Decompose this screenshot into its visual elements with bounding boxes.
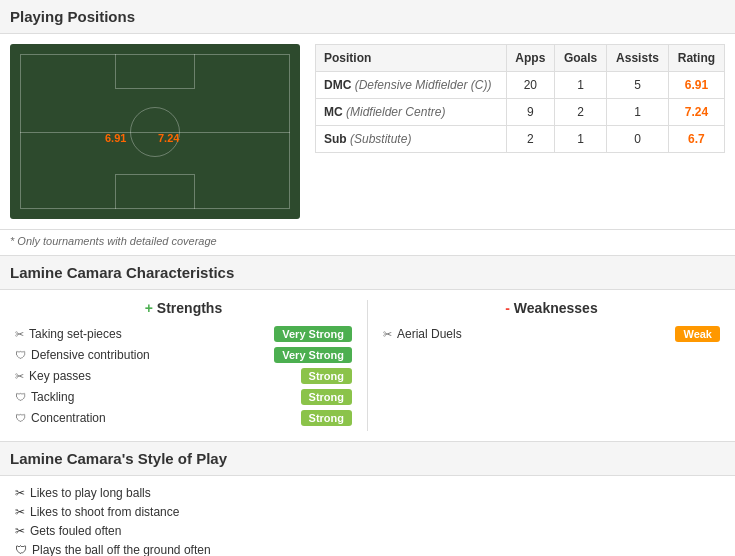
- position-mc-label: 7.24: [158, 132, 179, 144]
- position-abbr: MC: [324, 105, 343, 119]
- rating-cell: 6.91: [668, 72, 724, 99]
- goals-cell: 1: [555, 126, 607, 153]
- strengths-header: + Strengths: [15, 300, 352, 316]
- positions-table: Position Apps Goals Assists Rating DMC (…: [315, 44, 725, 153]
- wrench-icon: ✂: [15, 328, 24, 341]
- style-item: ✂ Likes to shoot from distance: [15, 505, 720, 519]
- position-cell: MC (Midfielder Centre): [316, 99, 507, 126]
- style-of-play-section: Lamine Camara's Style of Play ✂ Likes to…: [0, 442, 735, 556]
- characteristics-section: Lamine Camara Characteristics + Strength…: [0, 256, 735, 442]
- wrench-icon: ✂: [383, 328, 392, 341]
- assists-cell: 0: [607, 126, 669, 153]
- rating-cell: 6.7: [668, 126, 724, 153]
- position-full: (Midfielder Centre): [346, 105, 445, 119]
- strengths-weaknesses-container: + Strengths ✂ Taking set-pieces Very Str…: [0, 290, 735, 442]
- weakness-text: Aerial Duels: [397, 327, 462, 341]
- goals-cell: 1: [555, 72, 607, 99]
- weaknesses-header: - Weaknesses: [383, 300, 720, 316]
- strength-label: 🛡 Defensive contribution: [15, 348, 150, 362]
- col-header-rating: Rating: [668, 45, 724, 72]
- shield-icon: 🛡: [15, 543, 27, 556]
- strength-text: Taking set-pieces: [29, 327, 122, 341]
- style-item: 🛡 Plays the ball off the ground often: [15, 543, 720, 556]
- strength-label: 🛡 Tackling: [15, 390, 74, 404]
- weakness-label: ✂ Aerial Duels: [383, 327, 462, 341]
- strength-badge: Very Strong: [274, 326, 352, 342]
- plus-icon: +: [145, 300, 153, 316]
- col-header-assists: Assists: [607, 45, 669, 72]
- shield-icon: 🛡: [15, 349, 26, 361]
- strength-badge: Very Strong: [274, 347, 352, 363]
- strength-text: Key passes: [29, 369, 91, 383]
- position-abbr: DMC: [324, 78, 351, 92]
- strengths-column: + Strengths ✂ Taking set-pieces Very Str…: [0, 300, 368, 431]
- col-header-position: Position: [316, 45, 507, 72]
- style-text: Plays the ball off the ground often: [32, 543, 211, 556]
- rating-cell: 7.24: [668, 99, 724, 126]
- position-abbr: Sub: [324, 132, 347, 146]
- strength-label: 🛡 Concentration: [15, 411, 106, 425]
- strength-item: ✂ Taking set-pieces Very Strong: [15, 326, 352, 342]
- assists-cell: 5: [607, 72, 669, 99]
- style-text: Likes to play long balls: [30, 486, 151, 500]
- wrench-icon: ✂: [15, 370, 24, 383]
- strength-item: 🛡 Tackling Strong: [15, 389, 352, 405]
- strength-text: Concentration: [31, 411, 106, 425]
- weakness-badge: Weak: [675, 326, 720, 342]
- minus-icon: -: [505, 300, 510, 316]
- apps-cell: 2: [506, 126, 555, 153]
- shield-icon: 🛡: [15, 391, 26, 403]
- strength-text: Defensive contribution: [31, 348, 150, 362]
- position-full: (Substitute): [350, 132, 411, 146]
- checkmark-icon: ✂: [15, 486, 25, 500]
- playing-positions-header: Playing Positions: [0, 0, 735, 34]
- apps-cell: 9: [506, 99, 555, 126]
- coverage-note: * Only tournaments with detailed coverag…: [0, 230, 735, 256]
- checkmark-icon: ✂: [15, 524, 25, 538]
- pitch-bottom-box: [115, 174, 195, 209]
- style-text: Likes to shoot from distance: [30, 505, 179, 519]
- strength-item: ✂ Key passes Strong: [15, 368, 352, 384]
- weakness-item: ✂ Aerial Duels Weak: [383, 326, 720, 342]
- pitch-top-box: [115, 54, 195, 89]
- strength-badge: Strong: [301, 410, 352, 426]
- positions-table-container: Position Apps Goals Assists Rating DMC (…: [315, 44, 725, 219]
- shield-icon: 🛡: [15, 412, 26, 424]
- strength-label: ✂ Taking set-pieces: [15, 327, 122, 341]
- pitch-diagram: 6.91 7.24: [10, 44, 300, 219]
- style-text: Gets fouled often: [30, 524, 121, 538]
- assists-cell: 1: [607, 99, 669, 126]
- strength-label: ✂ Key passes: [15, 369, 91, 383]
- playing-positions-content: 6.91 7.24 Position Apps Goals Assists Ra…: [0, 34, 735, 230]
- table-row: MC (Midfielder Centre) 9 2 1 7.24: [316, 99, 725, 126]
- characteristics-header: Lamine Camara Characteristics: [0, 256, 735, 290]
- position-dmc-label: 6.91: [105, 132, 126, 144]
- col-header-goals: Goals: [555, 45, 607, 72]
- weaknesses-column: - Weaknesses ✂ Aerial Duels Weak: [368, 300, 735, 431]
- strength-badge: Strong: [301, 389, 352, 405]
- strength-item: 🛡 Defensive contribution Very Strong: [15, 347, 352, 363]
- table-row: Sub (Substitute) 2 1 0 6.7: [316, 126, 725, 153]
- style-content: ✂ Likes to play long balls ✂ Likes to sh…: [0, 476, 735, 556]
- strength-badge: Strong: [301, 368, 352, 384]
- checkmark-icon: ✂: [15, 505, 25, 519]
- style-header: Lamine Camara's Style of Play: [0, 442, 735, 476]
- goals-cell: 2: [555, 99, 607, 126]
- strength-text: Tackling: [31, 390, 74, 404]
- col-header-apps: Apps: [506, 45, 555, 72]
- style-item: ✂ Gets fouled often: [15, 524, 720, 538]
- table-row: DMC (Defensive Midfielder (C)) 20 1 5 6.…: [316, 72, 725, 99]
- style-item: ✂ Likes to play long balls: [15, 486, 720, 500]
- playing-positions-section: Playing Positions 6.91 7.24 Position App…: [0, 0, 735, 256]
- position-cell: DMC (Defensive Midfielder (C)): [316, 72, 507, 99]
- apps-cell: 20: [506, 72, 555, 99]
- position-full: (Defensive Midfielder (C)): [355, 78, 492, 92]
- strength-item: 🛡 Concentration Strong: [15, 410, 352, 426]
- position-cell: Sub (Substitute): [316, 126, 507, 153]
